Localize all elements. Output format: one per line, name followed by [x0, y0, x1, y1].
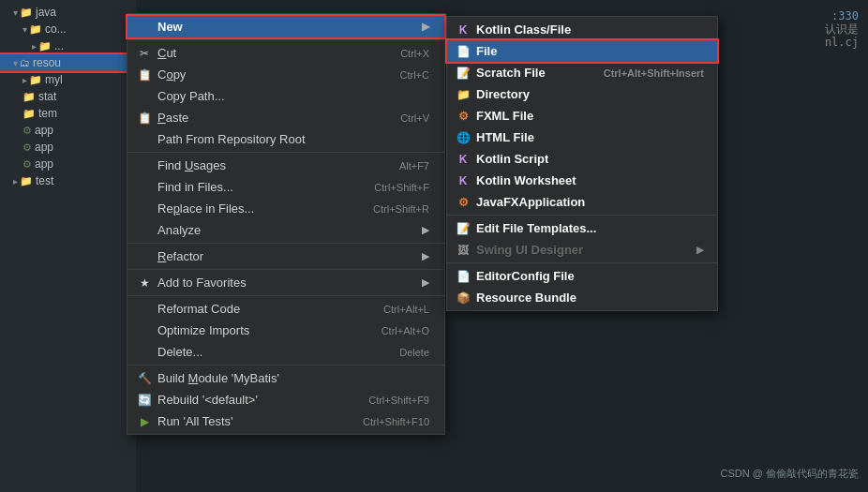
find-usages-shortcut: Alt+F7	[399, 160, 429, 171]
tree-item-app3[interactable]: ⚙ app	[0, 156, 136, 172]
menu-item-copy[interactable]: 📋 Copy Ctrl+C	[127, 64, 444, 85]
tree-item-myl[interactable]: ▸ 📁 myl	[0, 71, 136, 88]
menu-separator-4	[127, 269, 444, 270]
tree-item-sub[interactable]: ▸ 📁 ...	[0, 37, 136, 54]
reformat-shortcut: Ctrl+Alt+L	[383, 304, 429, 315]
menu-item-replace-files[interactable]: Replace in Files... Ctrl+Shift+R	[127, 198, 444, 219]
menu-item-rebuild[interactable]: 🔄 Rebuild '<default>' Ctrl+Shift+F9	[127, 389, 444, 410]
menu-build-module-label: Build Module 'MyBatis'	[157, 371, 279, 385]
menu-item-left: ★ Add to Favorites	[137, 276, 247, 290]
watermark: CSDN @ 偷偷敲代码的青花瓷	[721, 467, 859, 481]
submenu-item-directory[interactable]: 📁 Directory	[447, 83, 717, 105]
menu-item-add-favorites[interactable]: ★ Add to Favorites ▶	[127, 272, 444, 293]
menu-item-path-root[interactable]: Path From Repository Root	[127, 128, 444, 150]
menu-item-left: Find Usages	[137, 158, 226, 172]
menu-item-cut[interactable]: ✂ Cut Ctrl+X	[127, 42, 444, 64]
submenu-item-kscript[interactable]: K Kotlin Script	[447, 148, 717, 170]
menu-item-find-files[interactable]: Find in Files... Ctrl+Shift+F	[127, 176, 444, 198]
copy-icon: 📋	[137, 68, 152, 82]
submenu-item-resource-bundle[interactable]: 📦 Resource Bundle	[447, 287, 717, 308]
dir-icon: 📁	[455, 88, 471, 101]
menu-rebuild-label: Rebuild '<default>'	[157, 393, 258, 407]
menu-item-analyze[interactable]: Analyze ▶	[127, 219, 444, 241]
menu-new-label: New	[157, 20, 183, 34]
menu-optimize-label: Optimize Imports	[157, 323, 249, 337]
kworksheet-icon: K	[455, 174, 471, 187]
tree-label: app	[35, 141, 53, 154]
swing-icon: 🖼	[455, 244, 471, 257]
menu-item-copy-path[interactable]: Copy Path...	[127, 85, 444, 107]
menu-item-left: Replace in Files...	[137, 201, 254, 216]
submenu-left: 📝 Scratch File	[455, 66, 546, 80]
submenu-item-kotlin-class[interactable]: K Kotlin Class/File	[447, 19, 717, 40]
submenu-label-editorconfig: EditorConfig File	[476, 269, 575, 283]
fxml-icon: ⚙	[455, 110, 471, 123]
file-icon: ⚙	[22, 125, 32, 137]
menu-item-refactor[interactable]: Refactor ▶	[127, 246, 444, 267]
tree-label: tem	[38, 107, 57, 120]
tree-item-resources[interactable]: ▾ 🗂 resou	[0, 54, 136, 71]
menu-reformat-label: Reformat Code	[157, 302, 240, 316]
tree-item-test[interactable]: ▸ 📁 test	[0, 172, 136, 189]
submenu-label-kworksheet: Kotlin Worksheet	[476, 173, 576, 187]
menu-item-new-left: New	[137, 20, 183, 34]
optimize-shortcut: Ctrl+Alt+O	[382, 325, 429, 336]
menu-separator-3	[127, 243, 444, 244]
tree-label: myl	[45, 73, 63, 86]
menu-item-reformat[interactable]: Reformat Code Ctrl+Alt+L	[127, 298, 444, 320]
paste-icon: 📋	[137, 112, 152, 125]
menu-item-left: Delete...	[137, 345, 202, 359]
submenu-left: K Kotlin Class/File	[455, 22, 571, 37]
file-tree: ▾ 📁 java ▾ 📁 co... ▸ 📁 ... ▾ 🗂 resou ▸ 📁…	[0, 0, 136, 492]
tree-arrow: ▸	[22, 75, 27, 85]
menu-item-optimize[interactable]: Optimize Imports Ctrl+Alt+O	[127, 320, 444, 341]
submenu-item-editorconfig[interactable]: 📄 EditorConfig File	[447, 265, 717, 287]
menu-item-build-module[interactable]: 🔨 Build Module 'MyBatis'	[127, 367, 444, 389]
replace-files-shortcut: Ctrl+Shift+R	[373, 203, 429, 215]
submenu-item-javafx[interactable]: ⚙ JavaFXApplication	[447, 191, 717, 213]
menu-item-find-usages[interactable]: Find Usages Alt+F7	[127, 155, 444, 176]
find-files-shortcut: Ctrl+Shift+F	[374, 182, 429, 193]
menu-item-delete[interactable]: Delete... Delete	[127, 341, 444, 363]
submenu-item-kworksheet[interactable]: K Kotlin Worksheet	[447, 170, 717, 191]
tree-item-com[interactable]: ▾ 📁 co...	[0, 21, 136, 37]
submenu-left: K Kotlin Script	[455, 152, 548, 166]
submenu-item-fxml[interactable]: ⚙ FXML File	[447, 105, 717, 127]
submenu-item-edit-templates[interactable]: 📝 Edit File Templates...	[447, 217, 717, 239]
analyze-arrow: ▶	[422, 224, 429, 236]
menu-item-left: ✂ Cut	[137, 46, 176, 60]
tree-arrow: ▸	[13, 176, 18, 186]
menu-item-paste[interactable]: 📋 Paste Ctrl+V	[127, 107, 444, 128]
file-icon: 📄	[455, 45, 471, 58]
build-icon: 🔨	[137, 372, 152, 385]
submenu-item-file[interactable]: 📄 File	[447, 40, 717, 62]
menu-separator-2	[127, 152, 444, 153]
tree-item-app1[interactable]: ⚙ app	[0, 122, 136, 139]
tree-item-java[interactable]: ▾ 📁 java	[0, 4, 136, 21]
tree-label: java	[36, 6, 56, 19]
tree-item-app2[interactable]: ⚙ app	[0, 139, 136, 156]
submenu-left: 📦 Resource Bundle	[455, 291, 576, 305]
submenu-item-html[interactable]: 🌐 HTML File	[447, 127, 717, 148]
menu-item-left: Copy Path...	[137, 89, 225, 103]
tree-item-tem[interactable]: 📁 tem	[0, 105, 136, 122]
tree-label: test	[36, 174, 53, 187]
menu-separator-5	[127, 295, 444, 296]
kscript-icon: K	[455, 153, 471, 166]
menu-copy-path-label: Copy Path...	[157, 89, 225, 103]
tree-item-stat[interactable]: 📁 stat	[0, 88, 136, 105]
menu-item-left: 🔨 Build Module 'MyBatis'	[137, 371, 279, 385]
menu-item-left: 🔄 Rebuild '<default>'	[137, 393, 258, 407]
copy-shortcut: Ctrl+C	[400, 69, 429, 81]
tree-arrow: ▾	[13, 7, 18, 18]
submenu-left: 📄 File	[455, 44, 497, 58]
menu-item-run-tests[interactable]: ▶ Run 'All Tests' Ctrl+Shift+F10	[127, 410, 444, 432]
submenu-label-kotlin-class: Kotlin Class/File	[476, 22, 571, 37]
tree-label: resou	[33, 56, 61, 69]
menu-analyze-label: Analyze	[157, 223, 201, 237]
menu-item-new[interactable]: New ▶ K Kotlin Class/File 📄 File 📝 Scra	[127, 16, 444, 37]
submenu-separator-2	[447, 262, 717, 263]
submenu-item-scratch[interactable]: 📝 Scratch File Ctrl+Alt+Shift+Insert	[447, 62, 717, 83]
menu-item-left: Find in Files...	[137, 180, 233, 194]
submenu-item-swing: 🖼 Swing UI Designer ▶	[447, 239, 717, 261]
